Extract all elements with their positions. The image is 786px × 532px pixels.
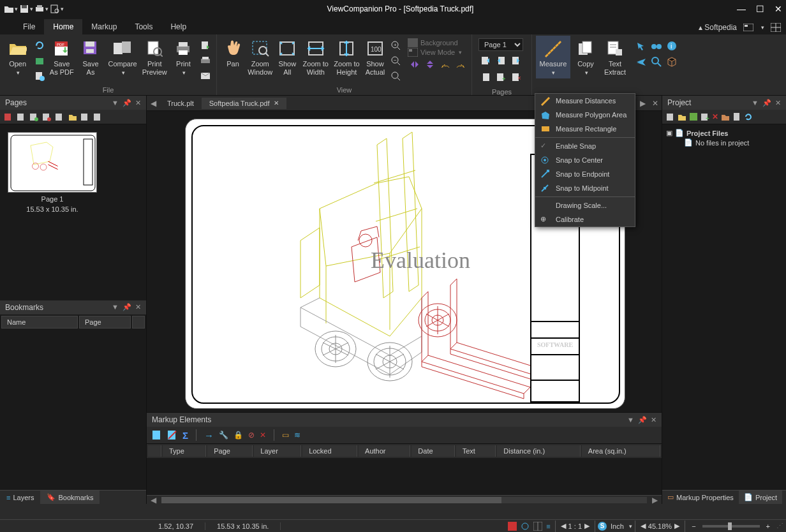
first-page-icon[interactable] [478,54,493,68]
page-select[interactable]: Page 1 [478,38,523,51]
status-icon-layers[interactable]: ≡ [544,522,552,530]
save-as-button[interactable]: SaveAs [77,36,104,78]
zoom-window-button[interactable]: ZoomWindow [246,36,274,78]
print-preview-button[interactable]: PrintPreview [141,36,168,78]
menu-snap-endpoint[interactable]: Snap to Endpoint [535,167,635,181]
status-icon-pdf[interactable] [506,522,519,531]
qat-open-icon[interactable]: ▾ [4,2,18,16]
show-all-button[interactable]: ShowAll [275,36,299,78]
tool-plane-icon[interactable] [634,55,648,69]
compare-button[interactable]: Compare▾ [106,36,140,78]
tool-cube-icon[interactable] [665,55,679,69]
reload-icon[interactable] [33,38,47,52]
qat-print-icon[interactable]: ▾ [34,2,48,16]
menu-drawing-scale[interactable]: Drawing Scale... [535,198,635,212]
pages-tool-7[interactable] [80,112,89,121]
markup-tool-delete[interactable]: ✕ [260,431,266,440]
text-extract-button[interactable]: TextExtract [601,36,629,78]
bookmarks-col-name[interactable]: Name [1,316,78,329]
batch-convert-icon[interactable] [198,38,212,52]
ribbon-layout-icon[interactable] [743,24,753,31]
tab-file[interactable]: File [14,19,44,34]
tab-bookmarks[interactable]: 🔖Bookmarks [40,491,100,504]
qat-preview-icon[interactable]: ▾ [50,2,64,16]
zoom-in-icon[interactable]: + [389,38,403,52]
tab-help[interactable]: Help [161,19,195,34]
qat-save-icon[interactable]: ▾ [19,2,33,16]
menu-calibrate[interactable]: ⊕Calibrate [535,212,635,226]
status-zoom-out[interactable]: − [688,522,699,530]
menu-measure-polygon[interactable]: Measure Polygon Area [535,108,635,122]
panel-dropdown-icon[interactable]: ▼ [112,99,119,107]
maximize-button[interactable]: ☐ [756,4,764,14]
tab-markup[interactable]: Markup [82,19,126,34]
markup-tool-sum[interactable]: Σ [182,430,188,441]
remove-page-icon[interactable]: × [509,70,523,84]
pages-tool-5[interactable] [55,112,64,121]
next-page-icon[interactable] [509,54,523,68]
menu-measure-rectangle[interactable]: Measure Rectangle [535,122,635,136]
tab-markup-properties[interactable]: ▭Markup Properties [662,491,739,504]
close-button[interactable]: ✕ [775,4,782,14]
show-actual-button[interactable]: 100ShowActual [363,36,387,78]
pages-tool-3[interactable] [29,112,38,121]
markup-tool-deselect[interactable] [167,430,177,440]
proj-add-icon[interactable]: + [701,112,709,121]
prev-page-icon[interactable] [494,54,508,68]
page-thumbnail[interactable]: Page 1 15.53 x 10.35 in. [8,132,97,213]
menu-measure-distances[interactable]: Measure Distances [535,94,635,108]
status-icon-snap[interactable] [519,522,531,531]
pages-tool-1[interactable] [4,112,13,121]
batch-print-icon[interactable] [198,54,212,68]
proj-open-icon[interactable] [678,112,686,121]
status-zoom-next[interactable]: ▶ [672,522,682,530]
rotate-right-icon[interactable] [454,57,468,71]
measure-button[interactable]: Measure▾ [536,36,570,78]
background-toggle[interactable]: Background [408,38,468,47]
tab-layers[interactable]: ≡Layers [0,491,40,504]
status-icon-grid[interactable] [531,522,544,531]
proj-delete-icon[interactable]: ✕ [712,112,718,121]
status-ratio-next[interactable]: ▶ [582,522,592,530]
status-ratio-prev[interactable]: ◀ [558,522,568,530]
tool-search-icon[interactable] [649,55,664,69]
proj-new-icon[interactable] [666,112,675,121]
pages-tool-8[interactable] [93,112,102,121]
tool-binoculars-icon[interactable] [649,39,664,53]
tab-project[interactable]: 📄Project [739,491,782,504]
tool-arrow-icon[interactable] [634,39,648,53]
markup-tool-hide[interactable]: ⊘ [248,431,255,440]
status-unit[interactable]: Inch [607,522,628,530]
status-zoom-slider[interactable] [702,525,760,528]
markup-tool-layers[interactable]: ≋ [294,431,300,440]
recent-icon[interactable] [33,54,47,68]
pan-button[interactable]: Pan [221,36,245,71]
send-icon[interactable] [198,69,212,83]
status-resize-grip[interactable]: ⋰ [774,522,786,530]
doctab-prev[interactable]: ◀ [147,99,159,108]
proj-folder-icon[interactable] [721,112,730,121]
proj-save-icon[interactable] [689,112,698,121]
panel-close-icon[interactable]: ✕ [135,99,141,107]
markup-tool-select[interactable] [152,430,162,440]
zoom-out-icon[interactable]: − [389,54,403,68]
markup-tool-note[interactable]: ▭ [282,431,289,440]
doctab-next[interactable]: ▶ [636,99,649,108]
copy-button[interactable]: Copy▾ [572,36,600,78]
ribbon-grid-icon[interactable] [771,23,781,32]
proj-reload-icon[interactable] [744,112,753,121]
bookmarks-col-page[interactable]: Page [79,316,131,329]
tab-home[interactable]: Home [44,19,82,34]
proj-doc-icon[interactable] [732,112,741,121]
rotate-left-icon[interactable] [438,57,452,71]
menu-enable-snap[interactable]: ✓Enable Snap [535,139,635,153]
doctab-2[interactable]: Softpedia Truck.pdf✕ [202,98,286,109]
zoom-to-height-button[interactable]: Zoom toHeight [332,36,362,78]
markup-tool-wrench[interactable]: 🔧 [219,431,228,440]
flip-h-icon[interactable] [408,57,422,71]
view-mode-button[interactable]: View Mode ▾ [408,48,468,57]
tab-tools[interactable]: Tools [126,19,161,34]
menu-snap-midpoint[interactable]: Snap to Midpoint [535,181,635,195]
flip-v-icon[interactable] [423,57,437,71]
doctab-close[interactable]: ✕ [649,99,662,108]
